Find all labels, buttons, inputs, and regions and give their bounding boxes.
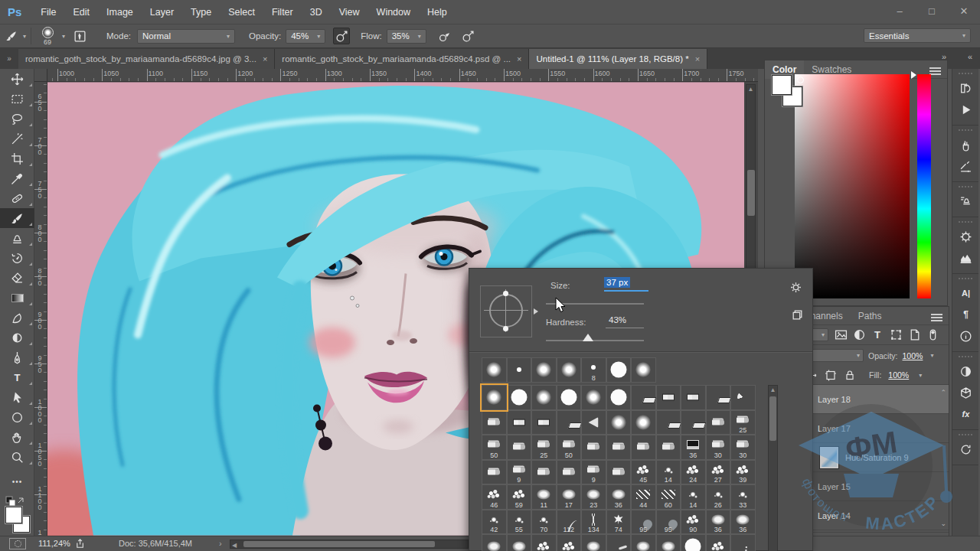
brush-preset[interactable]: [681, 534, 706, 551]
more-tools-button[interactable]: •••: [0, 471, 34, 491]
layer-row[interactable]: Layer 17: [801, 414, 949, 443]
brush-preset[interactable]: [507, 435, 532, 460]
brush-preset[interactable]: [531, 534, 557, 551]
brush-preset[interactable]: [507, 385, 532, 410]
zoom-level[interactable]: 111,24%: [38, 539, 70, 548]
fx-panel-panel-icon[interactable]: fx: [952, 403, 979, 425]
brush-preset[interactable]: 39: [730, 460, 756, 485]
brush-preset[interactable]: 59: [507, 484, 532, 510]
recent-brush[interactable]: [557, 357, 582, 383]
brush-preset[interactable]: 9: [581, 460, 606, 485]
brush-preset[interactable]: 42: [482, 510, 507, 535]
smudge-tool[interactable]: [0, 308, 34, 328]
brush-preset[interactable]: 45: [631, 460, 656, 485]
brush-preset[interactable]: [557, 460, 582, 485]
filter-smart-object-icon[interactable]: [907, 328, 921, 342]
menu-layer[interactable]: Layer: [142, 0, 182, 24]
history-brush-tool[interactable]: [0, 248, 34, 268]
minimize-button[interactable]: –: [890, 4, 910, 19]
brush-tip-preview[interactable]: [480, 285, 532, 337]
brush-preset[interactable]: 25: [531, 435, 557, 460]
hand-tool[interactable]: [0, 427, 34, 447]
vertical-ruler[interactable]: 6507007508008509009501000105011001150: [34, 82, 47, 536]
layer-row[interactable]: Layer 14: [801, 501, 949, 530]
panel-collapse-icon[interactable]: »: [0, 49, 18, 69]
recent-brush[interactable]: [631, 357, 656, 383]
horizontal-scrollbar-thumb[interactable]: [243, 541, 435, 547]
brush-preset[interactable]: [631, 435, 656, 460]
sync-panel-icon[interactable]: [952, 439, 979, 460]
path-selection-tool[interactable]: [0, 387, 34, 407]
brush-presets-panel-icon[interactable]: [952, 134, 979, 155]
vertical-scrollbar-thumb[interactable]: [747, 170, 755, 216]
info-panel-icon[interactable]: [952, 325, 979, 347]
menu-file[interactable]: File: [32, 0, 64, 24]
brush-preset[interactable]: 36: [730, 510, 756, 535]
type-tool[interactable]: T: [0, 367, 34, 387]
drag-handle[interactable]: [959, 434, 972, 435]
tab-close-icon[interactable]: ×: [695, 54, 700, 64]
panel-menu-icon[interactable]: [931, 314, 942, 315]
brush-preset[interactable]: 36: [681, 435, 706, 460]
brush-grid-scrollbar[interactable]: ▲: [768, 385, 778, 551]
blend-mode-dropdown[interactable]: ▾: [805, 349, 864, 362]
brush-preset[interactable]: 50: [557, 435, 582, 460]
adjustment-layer-thumbnail[interactable]: [820, 447, 838, 468]
document-tab-2[interactable]: romantic_goth_stock_by_mariaamanda-d5689…: [275, 49, 529, 69]
recent-brush[interactable]: 8: [581, 357, 606, 383]
menu-window[interactable]: Window: [368, 0, 419, 24]
hardness-input[interactable]: 43%: [606, 315, 644, 328]
zoom-tool[interactable]: [0, 447, 34, 467]
histogram-panel-icon[interactable]: [952, 247, 979, 269]
brush-preset[interactable]: 30: [730, 435, 756, 460]
new-preset-icon[interactable]: [791, 308, 804, 324]
drag-handle[interactable]: [959, 129, 972, 131]
brush-preset[interactable]: 134: [581, 510, 606, 535]
filter-image-icon[interactable]: [834, 328, 848, 342]
layer-name[interactable]: Layer 17: [818, 424, 851, 433]
toggle-brush-panel-icon[interactable]: [71, 28, 88, 44]
pen-tool[interactable]: [0, 347, 34, 367]
airbrush-button[interactable]: [436, 28, 452, 44]
brush-preset[interactable]: 30: [706, 435, 731, 460]
quick-mask-icon[interactable]: [9, 538, 26, 549]
ruler-origin-corner[interactable]: [34, 69, 47, 82]
layer-name[interactable]: Hue/Saturation 9: [845, 453, 909, 462]
brush-preset[interactable]: [482, 410, 507, 435]
layers-scroll-up-icon[interactable]: ⌃: [940, 389, 946, 396]
spot-healing-tool[interactable]: [0, 188, 34, 208]
brush-preset[interactable]: [730, 385, 756, 410]
brush-preset[interactable]: 90: [681, 510, 706, 535]
brush-preset[interactable]: 112: [557, 510, 582, 535]
brush-preset[interactable]: 95: [631, 510, 656, 535]
brush-preset[interactable]: 50: [482, 435, 507, 460]
menu-view[interactable]: View: [331, 0, 368, 24]
filter-type-icon[interactable]: T: [871, 328, 884, 342]
share-icon[interactable]: [75, 538, 87, 551]
size-slider[interactable]: [546, 303, 644, 305]
flow-dropdown[interactable]: 35%▾: [387, 29, 426, 44]
layer-row[interactable]: Layer 15: [801, 472, 949, 501]
brush-preset[interactable]: 24: [681, 460, 706, 485]
panel-menu-icon[interactable]: [929, 67, 941, 69]
brush-preset[interactable]: [706, 534, 731, 551]
hue-slider-marker[interactable]: [911, 71, 916, 79]
filter-toggle-icon[interactable]: [926, 328, 939, 342]
drag-handle[interactable]: [959, 186, 972, 187]
brush-preset[interactable]: [531, 385, 557, 410]
drag-handle[interactable]: [959, 73, 972, 74]
size-pressure-button[interactable]: [460, 28, 477, 44]
brush-preset[interactable]: 17: [557, 484, 582, 510]
brush-preset[interactable]: [606, 385, 632, 410]
lasso-tool[interactable]: [0, 109, 34, 129]
brush-preset[interactable]: [482, 534, 507, 551]
brush-preset[interactable]: [606, 534, 632, 551]
brush-preview-picker[interactable]: 69: [36, 27, 59, 46]
brush-preset[interactable]: 23: [581, 484, 606, 510]
brush-preset[interactable]: [557, 534, 582, 551]
brush-preset[interactable]: [606, 435, 632, 460]
brush-preset[interactable]: [507, 534, 532, 551]
brush-preset[interactable]: [656, 534, 681, 551]
layer-name[interactable]: Layer 15: [818, 482, 851, 491]
mode-dropdown[interactable]: Normal▾: [137, 29, 235, 44]
